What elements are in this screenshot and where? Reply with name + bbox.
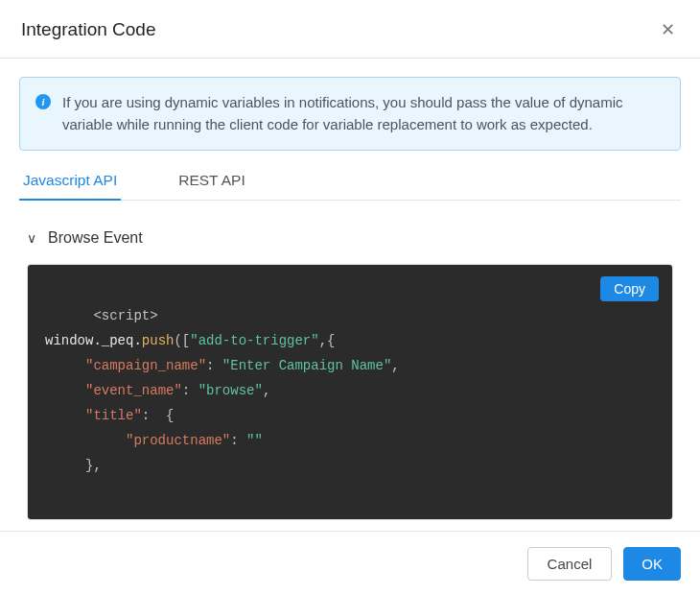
cancel-button[interactable]: Cancel: [527, 547, 613, 581]
code-token: :: [206, 358, 222, 373]
tabs: Javascript API REST API: [19, 160, 681, 201]
code-block: Copy<script> window._peq.push(["add-to-t…: [28, 265, 672, 519]
section-title: Browse Event: [48, 229, 143, 247]
code-wrapper: Copy<script> window._peq.push(["add-to-t…: [27, 264, 673, 520]
code-token: window._peq.: [45, 333, 142, 348]
chevron-down-icon: ∨: [27, 231, 36, 245]
code-token: "productname": [126, 433, 230, 448]
code-token: ,: [391, 358, 399, 373]
tab-javascript-api[interactable]: Javascript API: [19, 160, 121, 201]
code-token: "campaign_name": [85, 358, 206, 373]
code-token: {: [158, 408, 175, 423]
copy-button[interactable]: Copy: [600, 276, 659, 301]
code-token: ,: [263, 383, 270, 398]
info-alert-text: If you are using dynamic variables in no…: [62, 91, 665, 136]
info-icon: i: [35, 94, 51, 109]
ok-button[interactable]: OK: [623, 547, 681, 581]
code-token: "event_name": [85, 383, 182, 398]
close-icon[interactable]: ✕: [657, 17, 679, 42]
code-token: <script>: [93, 308, 157, 323]
code-token: ,{: [319, 333, 336, 348]
code-token: push: [142, 333, 175, 348]
code-token: :: [182, 383, 198, 398]
code-token: "title": [85, 408, 142, 423]
code-token: "add-to-trigger": [190, 333, 318, 348]
code-token: "Enter Campaign Name": [222, 358, 391, 373]
code-token: "browse": [198, 383, 263, 398]
modal-footer: Cancel OK: [0, 531, 700, 595]
tab-rest-api[interactable]: REST API: [175, 160, 249, 201]
info-alert: i If you are using dynamic variables in …: [19, 77, 681, 151]
code-token: "": [246, 433, 263, 448]
code-token: ([: [174, 333, 190, 348]
code-token: :: [142, 408, 158, 423]
section-header-browse-event[interactable]: ∨ Browse Event: [19, 229, 681, 247]
modal-header: Integration Code ✕: [0, 0, 700, 59]
modal-title: Integration Code: [21, 19, 156, 40]
code-token: },: [85, 458, 102, 473]
modal-body[interactable]: i If you are using dynamic variables in …: [0, 58, 700, 531]
code-token: :: [230, 433, 246, 448]
